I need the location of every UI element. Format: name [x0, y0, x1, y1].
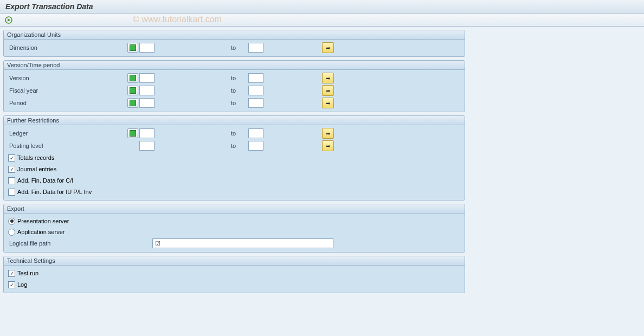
page-title: Export Transaction Data [5, 2, 93, 11]
label-presentation-server: Presentation server [17, 218, 69, 224]
row-period: Period to [8, 97, 460, 109]
checkbox-test-run[interactable]: ✓ [8, 270, 15, 277]
row-dimension: Dimension to [8, 42, 460, 54]
row-ledger: Ledger to [8, 127, 460, 139]
label-test-run: Test run [17, 270, 38, 276]
input-period-to[interactable] [248, 98, 263, 108]
checkbox-add-fin-iu[interactable] [8, 189, 15, 196]
section-header-export: Export [4, 204, 465, 214]
label-dimension: Dimension [8, 44, 127, 51]
to-label-dimension: to [231, 44, 246, 51]
label-add-fin-iu: Add. Fin. Data for IU P/L Inv [17, 189, 92, 195]
multi-select-version[interactable] [322, 73, 334, 83]
section-restrictions: Further Restrictions Ledger to Posting l… [3, 115, 465, 201]
row-add-fin-iu: Add. Fin. Data for IU P/L Inv [8, 186, 460, 197]
multi-select-dimension[interactable] [322, 42, 334, 53]
input-logical-file-path[interactable]: ☑ [152, 238, 333, 248]
input-dimension-to[interactable] [248, 43, 263, 53]
input-version-to[interactable] [248, 73, 263, 83]
selector-version[interactable] [127, 73, 138, 83]
to-label-posting-level: to [231, 143, 246, 149]
input-posting-level-from[interactable] [139, 141, 154, 151]
section-version-time: Version/Time period Version to Fiscal ye… [3, 60, 465, 112]
section-header-org: Organizational Units [4, 30, 465, 40]
toolbar: © www.tutorialkart.com [0, 14, 644, 27]
multi-select-posting-level[interactable] [322, 140, 334, 151]
radio-application-server[interactable] [8, 229, 15, 236]
label-version: Version [8, 75, 127, 81]
label-posting-level: Posting level [8, 143, 127, 149]
input-ledger-to[interactable] [248, 128, 263, 138]
checkbox-journal-entries[interactable]: ✓ [8, 166, 15, 173]
watermark: © www.tutorialkart.com [133, 15, 222, 24]
section-header-restrictions: Further Restrictions [4, 116, 465, 125]
row-logical-file-path: Logical file path ☑ [8, 237, 460, 249]
selector-fiscal-year[interactable] [127, 86, 138, 95]
label-period: Period [8, 100, 127, 106]
multi-select-period[interactable] [322, 98, 334, 108]
section-header-technical: Technical Settings [4, 256, 465, 266]
radio-presentation-server[interactable] [8, 218, 15, 225]
row-log: ✓ Log [8, 279, 460, 290]
row-add-fin-ci: Add. Fin. Data for C/I [8, 175, 460, 186]
row-application-server: Application server [8, 227, 460, 237]
title-bar: Export Transaction Data [0, 0, 644, 14]
row-version: Version to [8, 72, 460, 84]
label-application-server: Application server [17, 229, 65, 235]
row-totals-records: ✓ Totals records [8, 152, 460, 163]
section-header-version: Version/Time period [4, 61, 465, 70]
section-technical: Technical Settings ✓ Test run ✓ Log [3, 256, 465, 293]
multi-select-fiscal-year[interactable] [322, 85, 334, 96]
input-version-from[interactable] [139, 73, 154, 83]
to-label-period: to [231, 100, 246, 106]
input-dimension-from[interactable] [139, 43, 154, 53]
execute-icon[interactable] [4, 16, 13, 24]
to-label-version: to [231, 75, 246, 81]
input-fiscal-year-from[interactable] [139, 86, 154, 95]
row-presentation-server: Presentation server [8, 216, 460, 227]
selector-dimension[interactable] [127, 43, 138, 53]
label-add-fin-ci: Add. Fin. Data for C/I [17, 177, 73, 184]
to-label-fiscal-year: to [231, 87, 246, 94]
input-period-from[interactable] [139, 98, 154, 108]
row-fiscal-year: Fiscal year to [8, 85, 460, 96]
label-log: Log [17, 281, 27, 288]
input-ledger-from[interactable] [139, 128, 154, 138]
section-org-units: Organizational Units Dimension to [3, 30, 465, 57]
selector-period[interactable] [127, 98, 138, 108]
checkbox-add-fin-ci[interactable] [8, 177, 15, 184]
row-test-run: ✓ Test run [8, 268, 460, 279]
content: Organizational Units Dimension to Versio… [0, 27, 468, 300]
multi-select-ledger[interactable] [322, 128, 334, 139]
label-logical-file-path: Logical file path [8, 240, 127, 247]
file-check-icon: ☑ [155, 240, 160, 247]
input-fiscal-year-to[interactable] [248, 86, 263, 95]
input-posting-level-to[interactable] [248, 141, 263, 151]
label-totals-records: Totals records [17, 154, 54, 161]
section-export: Export Presentation server Application s… [3, 204, 465, 253]
label-fiscal-year: Fiscal year [8, 87, 127, 94]
checkbox-totals-records[interactable]: ✓ [8, 154, 15, 161]
row-posting-level: Posting level to [8, 140, 460, 152]
row-journal-entries: ✓ Journal entries [8, 164, 460, 175]
label-journal-entries: Journal entries [17, 166, 56, 172]
checkbox-log[interactable]: ✓ [8, 281, 15, 288]
to-label-ledger: to [231, 130, 246, 137]
selector-ledger[interactable] [127, 128, 138, 138]
label-ledger: Ledger [8, 130, 127, 137]
